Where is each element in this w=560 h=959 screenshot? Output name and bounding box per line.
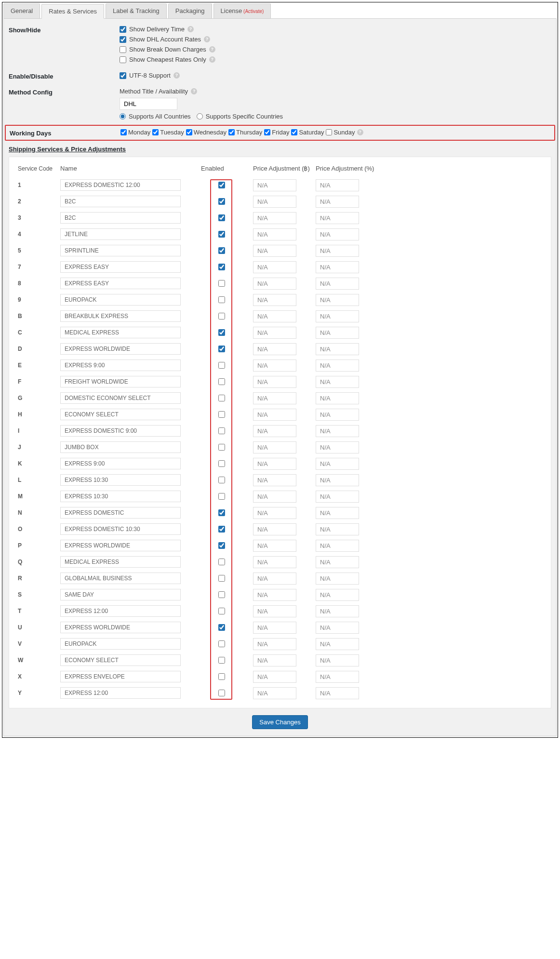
- price-adjustment-percent-input[interactable]: [316, 556, 359, 568]
- price-adjustment-percent-input[interactable]: [316, 523, 359, 535]
- service-enabled-checkbox[interactable]: [218, 460, 225, 467]
- price-adjustment-currency-input[interactable]: [253, 540, 296, 552]
- tab-label-tracking[interactable]: Label & Tracking: [106, 3, 167, 18]
- service-enabled-checkbox[interactable]: [218, 575, 225, 582]
- service-name-input[interactable]: [60, 196, 181, 207]
- checkbox-utf-support[interactable]: [120, 72, 126, 79]
- price-adjustment-currency-input[interactable]: [253, 409, 296, 421]
- service-name-input[interactable]: [60, 409, 181, 420]
- price-adjustment-percent-input[interactable]: [316, 278, 359, 290]
- service-name-input[interactable]: [60, 179, 181, 191]
- service-name-input[interactable]: [60, 540, 181, 551]
- price-adjustment-currency-input[interactable]: [253, 179, 296, 191]
- price-adjustment-currency-input[interactable]: [253, 605, 296, 617]
- service-enabled-checkbox[interactable]: [218, 247, 225, 254]
- service-enabled-checkbox[interactable]: [218, 231, 225, 238]
- price-adjustment-percent-input[interactable]: [316, 474, 359, 486]
- service-name-input[interactable]: [60, 491, 181, 502]
- price-adjustment-percent-input[interactable]: [316, 622, 359, 634]
- price-adjustment-percent-input[interactable]: [316, 343, 359, 355]
- service-name-input[interactable]: [60, 654, 181, 666]
- price-adjustment-currency-input[interactable]: [253, 294, 296, 306]
- price-adjustment-currency-input[interactable]: [253, 671, 296, 683]
- service-name-input[interactable]: [60, 278, 181, 289]
- price-adjustment-currency-input[interactable]: [253, 573, 296, 585]
- service-name-input[interactable]: [60, 245, 181, 256]
- service-enabled-checkbox[interactable]: [218, 280, 225, 287]
- price-adjustment-currency-input[interactable]: [253, 327, 296, 339]
- price-adjustment-percent-input[interactable]: [316, 360, 359, 372]
- service-enabled-checkbox[interactable]: [218, 346, 225, 352]
- service-name-input[interactable]: [60, 687, 181, 699]
- service-name-input[interactable]: [60, 294, 181, 306]
- service-enabled-checkbox[interactable]: [218, 493, 225, 500]
- service-enabled-checkbox[interactable]: [218, 624, 225, 631]
- service-name-input[interactable]: [60, 343, 181, 355]
- service-enabled-checkbox[interactable]: [218, 214, 225, 221]
- price-adjustment-currency-input[interactable]: [253, 278, 296, 290]
- price-adjustment-percent-input[interactable]: [316, 228, 359, 240]
- price-adjustment-currency-input[interactable]: [253, 556, 296, 568]
- radio-supports-all-countries[interactable]: [120, 113, 126, 120]
- service-enabled-checkbox[interactable]: [218, 591, 225, 598]
- price-adjustment-percent-input[interactable]: [316, 458, 359, 470]
- service-enabled-checkbox[interactable]: [218, 313, 225, 320]
- service-name-input[interactable]: [60, 360, 181, 371]
- tab-packaging[interactable]: Packaging: [168, 3, 212, 18]
- service-name-input[interactable]: [60, 212, 181, 224]
- tab-license[interactable]: License (Activate): [213, 3, 271, 18]
- price-adjustment-currency-input[interactable]: [253, 228, 296, 240]
- service-enabled-checkbox[interactable]: [218, 198, 225, 205]
- checkbox-show-cheapest-rates-only[interactable]: [120, 56, 126, 63]
- service-name-input[interactable]: [60, 605, 181, 617]
- price-adjustment-percent-input[interactable]: [316, 638, 359, 650]
- price-adjustment-percent-input[interactable]: [316, 441, 359, 453]
- price-adjustment-currency-input[interactable]: [253, 360, 296, 372]
- price-adjustment-percent-input[interactable]: [316, 327, 359, 339]
- day-checkbox-saturday[interactable]: [291, 129, 297, 135]
- day-checkbox-wednesday[interactable]: [186, 129, 192, 135]
- checkbox-show-break-down-charges[interactable]: [120, 46, 126, 53]
- day-tuesday[interactable]: Tuesday: [152, 129, 184, 136]
- checkbox-show-dhl-account-rates[interactable]: [120, 36, 126, 43]
- price-adjustment-percent-input[interactable]: [316, 654, 359, 666]
- save-button[interactable]: Save Changes: [252, 715, 307, 729]
- help-icon[interactable]: ?: [209, 46, 215, 53]
- day-sunday[interactable]: Sunday: [326, 129, 355, 136]
- service-enabled-checkbox[interactable]: [218, 640, 225, 647]
- service-enabled-checkbox[interactable]: [218, 608, 225, 614]
- help-icon[interactable]: ?: [209, 56, 215, 63]
- method-title-input[interactable]: [120, 98, 177, 110]
- price-adjustment-currency-input[interactable]: [253, 622, 296, 634]
- day-checkbox-tuesday[interactable]: [152, 129, 159, 135]
- day-checkbox-sunday[interactable]: [326, 129, 332, 135]
- price-adjustment-currency-input[interactable]: [253, 458, 296, 470]
- service-name-input[interactable]: [60, 573, 181, 584]
- service-enabled-checkbox[interactable]: [218, 526, 225, 533]
- service-enabled-checkbox[interactable]: [218, 362, 225, 369]
- service-name-input[interactable]: [60, 523, 181, 535]
- price-adjustment-percent-input[interactable]: [316, 261, 359, 273]
- price-adjustment-currency-input[interactable]: [253, 474, 296, 486]
- price-adjustment-percent-input[interactable]: [316, 212, 359, 224]
- service-enabled-checkbox[interactable]: [218, 690, 225, 696]
- service-enabled-checkbox[interactable]: [218, 182, 225, 188]
- service-name-input[interactable]: [60, 261, 181, 273]
- service-name-input[interactable]: [60, 638, 181, 650]
- price-adjustment-percent-input[interactable]: [316, 507, 359, 519]
- price-adjustment-percent-input[interactable]: [316, 425, 359, 437]
- day-monday[interactable]: Monday: [120, 129, 150, 136]
- service-name-input[interactable]: [60, 589, 181, 600]
- price-adjustment-currency-input[interactable]: [253, 654, 296, 666]
- help-icon[interactable]: ?: [173, 72, 180, 79]
- price-adjustment-percent-input[interactable]: [316, 687, 359, 699]
- price-adjustment-percent-input[interactable]: [316, 196, 359, 208]
- help-icon[interactable]: ?: [191, 88, 197, 94]
- price-adjustment-currency-input[interactable]: [253, 425, 296, 437]
- price-adjustment-percent-input[interactable]: [316, 589, 359, 601]
- price-adjustment-currency-input[interactable]: [253, 196, 296, 208]
- price-adjustment-currency-input[interactable]: [253, 245, 296, 257]
- day-checkbox-monday[interactable]: [120, 129, 127, 135]
- service-name-input[interactable]: [60, 228, 181, 240]
- service-enabled-checkbox[interactable]: [218, 329, 225, 336]
